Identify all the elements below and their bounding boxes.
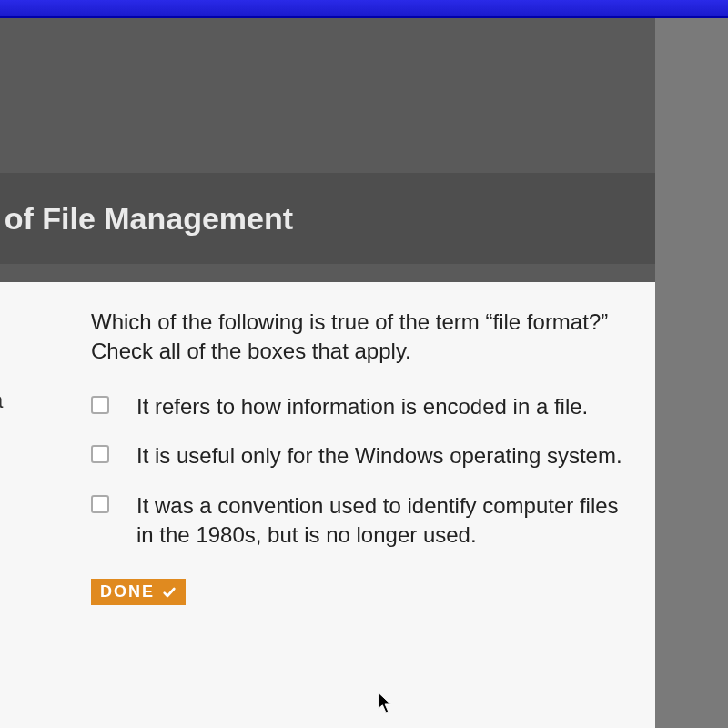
option-label: It is useful only for the Windows operat… bbox=[136, 441, 622, 470]
lesson-title: wledge of File Management bbox=[0, 201, 293, 237]
app-frame: wledge of File Management d a Which of t… bbox=[0, 18, 655, 728]
checkbox[interactable] bbox=[91, 396, 109, 414]
option-label: It refers to how information is encoded … bbox=[136, 392, 588, 421]
checkbox[interactable] bbox=[91, 495, 109, 513]
question-panel: d a Which of the following is true of th… bbox=[0, 282, 655, 728]
done-button[interactable]: DONE bbox=[91, 579, 186, 605]
options-list: It refers to how information is encoded … bbox=[91, 392, 626, 551]
option-row: It refers to how information is encoded … bbox=[91, 392, 626, 421]
check-icon bbox=[162, 585, 177, 600]
done-button-label: DONE bbox=[100, 582, 155, 602]
option-row: It was a convention used to identify com… bbox=[91, 491, 626, 551]
window-title-bar bbox=[0, 0, 728, 18]
question-prompt: Which of the following is true of the te… bbox=[91, 308, 617, 367]
option-row: It is useful only for the Windows operat… bbox=[91, 441, 626, 470]
checkbox[interactable] bbox=[91, 445, 109, 463]
lesson-title-band: wledge of File Management bbox=[0, 173, 655, 264]
cutoff-text-fragment: d a bbox=[0, 388, 3, 413]
option-label: It was a convention used to identify com… bbox=[136, 491, 626, 551]
